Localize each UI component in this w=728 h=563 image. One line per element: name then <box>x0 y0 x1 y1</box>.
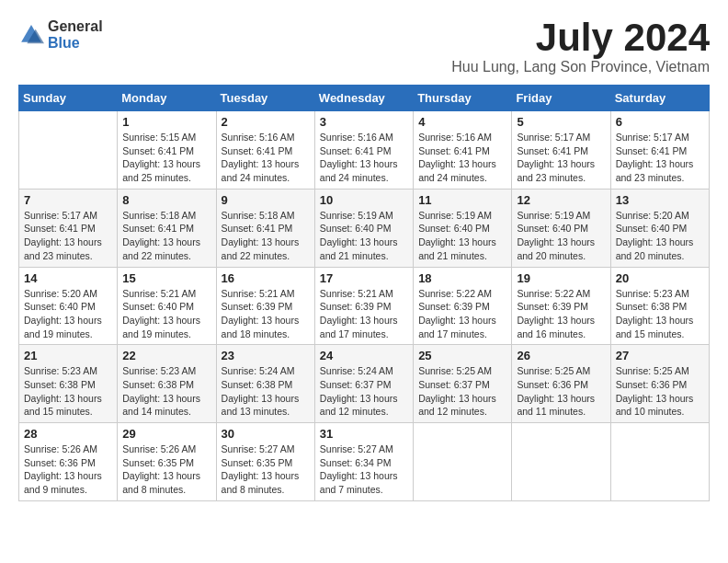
calendar-cell: 10Sunrise: 5:19 AM Sunset: 6:40 PM Dayli… <box>314 189 413 267</box>
day-number: 27 <box>616 349 704 362</box>
logo-text: General Blue <box>48 18 103 51</box>
day-number: 22 <box>122 349 210 362</box>
calendar-table: SundayMondayTuesdayWednesdayThursdayFrid… <box>18 85 710 501</box>
title-section: July 2024 Huu Lung, Lang Son Province, V… <box>451 18 710 75</box>
day-number: 26 <box>517 349 605 362</box>
calendar-cell: 19Sunrise: 5:22 AM Sunset: 6:39 PM Dayli… <box>512 267 610 345</box>
day-info: Sunrise: 5:23 AM Sunset: 6:38 PM Dayligh… <box>24 364 112 419</box>
day-info: Sunrise: 5:26 AM Sunset: 6:36 PM Dayligh… <box>24 442 112 497</box>
day-number: 15 <box>122 271 210 285</box>
day-number: 3 <box>320 115 408 129</box>
day-info: Sunrise: 5:23 AM Sunset: 6:38 PM Dayligh… <box>122 364 210 419</box>
day-number: 17 <box>320 271 408 285</box>
day-info: Sunrise: 5:16 AM Sunset: 6:41 PM Dayligh… <box>320 131 408 185</box>
calendar-cell: 4Sunrise: 5:16 AM Sunset: 6:41 PM Daylig… <box>414 111 512 190</box>
calendar-cell: 25Sunrise: 5:25 AM Sunset: 6:37 PM Dayli… <box>414 345 512 423</box>
day-info: Sunrise: 5:20 AM Sunset: 6:40 PM Dayligh… <box>24 287 112 341</box>
day-info: Sunrise: 5:24 AM Sunset: 6:38 PM Dayligh… <box>222 364 310 419</box>
calendar-cell: 8Sunrise: 5:18 AM Sunset: 6:41 PM Daylig… <box>118 189 216 267</box>
calendar-cell: 18Sunrise: 5:22 AM Sunset: 6:39 PM Dayli… <box>414 267 512 345</box>
calendar-cell: 21Sunrise: 5:23 AM Sunset: 6:38 PM Dayli… <box>19 345 118 423</box>
day-number: 10 <box>320 193 408 207</box>
day-info: Sunrise: 5:18 AM Sunset: 6:41 PM Dayligh… <box>122 209 210 263</box>
calendar-cell: 30Sunrise: 5:27 AM Sunset: 6:35 PM Dayli… <box>216 423 314 501</box>
calendar-week-row: 21Sunrise: 5:23 AM Sunset: 6:38 PM Dayli… <box>19 345 710 423</box>
calendar-cell: 5Sunrise: 5:17 AM Sunset: 6:41 PM Daylig… <box>512 111 610 190</box>
day-number: 13 <box>616 193 704 207</box>
day-info: Sunrise: 5:18 AM Sunset: 6:41 PM Dayligh… <box>222 209 310 263</box>
day-number: 28 <box>24 427 112 441</box>
day-info: Sunrise: 5:17 AM Sunset: 6:41 PM Dayligh… <box>24 209 112 263</box>
day-info: Sunrise: 5:25 AM Sunset: 6:36 PM Dayligh… <box>616 364 704 419</box>
calendar-cell: 11Sunrise: 5:19 AM Sunset: 6:40 PM Dayli… <box>414 189 512 267</box>
calendar-week-row: 1Sunrise: 5:15 AM Sunset: 6:41 PM Daylig… <box>19 111 710 190</box>
calendar-cell: 6Sunrise: 5:17 AM Sunset: 6:41 PM Daylig… <box>610 111 709 190</box>
day-number: 6 <box>616 115 704 129</box>
day-info: Sunrise: 5:21 AM Sunset: 6:40 PM Dayligh… <box>122 287 210 341</box>
day-number: 14 <box>24 271 112 285</box>
day-number: 20 <box>616 271 704 285</box>
day-number: 30 <box>222 427 310 441</box>
calendar-cell <box>512 423 610 501</box>
day-number: 29 <box>122 427 210 441</box>
day-number: 7 <box>24 193 112 207</box>
day-number: 9 <box>222 193 310 207</box>
month-title: July 2024 <box>451 18 710 57</box>
logo-general: General <box>48 18 103 35</box>
calendar-header-row: SundayMondayTuesdayWednesdayThursdayFrid… <box>19 86 710 111</box>
day-info: Sunrise: 5:17 AM Sunset: 6:41 PM Dayligh… <box>517 131 605 185</box>
day-info: Sunrise: 5:25 AM Sunset: 6:36 PM Dayligh… <box>517 364 605 419</box>
calendar-cell: 17Sunrise: 5:21 AM Sunset: 6:39 PM Dayli… <box>314 267 413 345</box>
calendar-week-row: 28Sunrise: 5:26 AM Sunset: 6:36 PM Dayli… <box>19 423 710 501</box>
day-number: 23 <box>222 349 310 362</box>
day-number: 19 <box>517 271 605 285</box>
day-number: 21 <box>24 349 112 362</box>
calendar-cell: 2Sunrise: 5:16 AM Sunset: 6:41 PM Daylig… <box>216 111 314 190</box>
day-number: 24 <box>320 349 408 362</box>
calendar-cell: 7Sunrise: 5:17 AM Sunset: 6:41 PM Daylig… <box>19 189 118 267</box>
day-info: Sunrise: 5:21 AM Sunset: 6:39 PM Dayligh… <box>222 287 310 341</box>
day-info: Sunrise: 5:23 AM Sunset: 6:38 PM Dayligh… <box>616 287 704 341</box>
page-header: General Blue July 2024 Huu Lung, Lang So… <box>18 18 710 75</box>
day-number: 12 <box>517 193 605 207</box>
calendar-cell <box>19 111 118 190</box>
calendar-cell: 23Sunrise: 5:24 AM Sunset: 6:38 PM Dayli… <box>216 345 314 423</box>
calendar-cell: 9Sunrise: 5:18 AM Sunset: 6:41 PM Daylig… <box>216 189 314 267</box>
day-info: Sunrise: 5:19 AM Sunset: 6:40 PM Dayligh… <box>418 209 506 263</box>
day-info: Sunrise: 5:21 AM Sunset: 6:39 PM Dayligh… <box>320 287 408 341</box>
calendar-header-friday: Friday <box>512 86 610 111</box>
day-number: 1 <box>122 115 210 129</box>
logo: General Blue <box>18 18 103 51</box>
day-info: Sunrise: 5:15 AM Sunset: 6:41 PM Dayligh… <box>122 131 210 185</box>
day-info: Sunrise: 5:19 AM Sunset: 6:40 PM Dayligh… <box>320 209 408 263</box>
calendar-week-row: 14Sunrise: 5:20 AM Sunset: 6:40 PM Dayli… <box>19 267 710 345</box>
calendar-week-row: 7Sunrise: 5:17 AM Sunset: 6:41 PM Daylig… <box>19 189 710 267</box>
location-title: Huu Lung, Lang Son Province, Vietnam <box>451 59 710 75</box>
calendar-cell: 26Sunrise: 5:25 AM Sunset: 6:36 PM Dayli… <box>512 345 610 423</box>
day-info: Sunrise: 5:16 AM Sunset: 6:41 PM Dayligh… <box>222 131 310 185</box>
calendar-cell: 31Sunrise: 5:27 AM Sunset: 6:34 PM Dayli… <box>314 423 413 501</box>
calendar-header-wednesday: Wednesday <box>314 86 413 111</box>
calendar-cell: 12Sunrise: 5:19 AM Sunset: 6:40 PM Dayli… <box>512 189 610 267</box>
day-info: Sunrise: 5:24 AM Sunset: 6:37 PM Dayligh… <box>320 364 408 419</box>
day-info: Sunrise: 5:26 AM Sunset: 6:35 PM Dayligh… <box>122 442 210 497</box>
day-number: 4 <box>418 115 506 129</box>
calendar-cell: 29Sunrise: 5:26 AM Sunset: 6:35 PM Dayli… <box>118 423 216 501</box>
calendar-cell: 22Sunrise: 5:23 AM Sunset: 6:38 PM Dayli… <box>118 345 216 423</box>
calendar-cell: 3Sunrise: 5:16 AM Sunset: 6:41 PM Daylig… <box>314 111 413 190</box>
calendar-header-saturday: Saturday <box>610 86 709 111</box>
calendar-cell: 14Sunrise: 5:20 AM Sunset: 6:40 PM Dayli… <box>19 267 118 345</box>
day-info: Sunrise: 5:22 AM Sunset: 6:39 PM Dayligh… <box>517 287 605 341</box>
calendar-cell: 28Sunrise: 5:26 AM Sunset: 6:36 PM Dayli… <box>19 423 118 501</box>
day-number: 31 <box>320 427 408 441</box>
logo-blue: Blue <box>48 35 103 52</box>
calendar-header-thursday: Thursday <box>414 86 512 111</box>
calendar-cell: 16Sunrise: 5:21 AM Sunset: 6:39 PM Dayli… <box>216 267 314 345</box>
calendar-header-sunday: Sunday <box>19 86 118 111</box>
day-info: Sunrise: 5:27 AM Sunset: 6:35 PM Dayligh… <box>222 442 310 497</box>
day-info: Sunrise: 5:22 AM Sunset: 6:39 PM Dayligh… <box>418 287 506 341</box>
day-number: 25 <box>418 349 506 362</box>
day-number: 8 <box>122 193 210 207</box>
day-number: 18 <box>418 271 506 285</box>
calendar-header-tuesday: Tuesday <box>216 86 314 111</box>
